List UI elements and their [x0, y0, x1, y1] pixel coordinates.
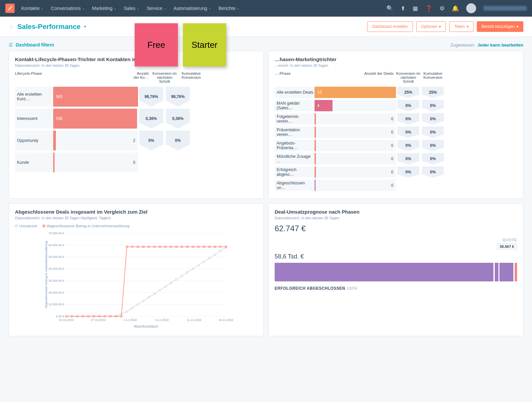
conversion-cumulative: 0% — [422, 100, 444, 111]
chevron-down-icon: ▼ — [83, 25, 87, 29]
svg-point-75 — [165, 246, 166, 248]
svg-text:40.000,00 €: 40.000,00 € — [49, 267, 65, 270]
svg-text:1.11.2022: 1.11.2022 — [123, 318, 137, 322]
settings-icon[interactable]: ⚙ — [440, 5, 445, 12]
svg-point-64 — [104, 316, 106, 317]
svg-point-55 — [219, 250, 221, 252]
nav-item-sales[interactable]: Sales⌄ — [124, 6, 139, 11]
svg-point-45 — [165, 286, 166, 287]
conversion-cumulative: 0,36% — [166, 109, 190, 129]
favorite-star-icon[interactable]: ☆ — [9, 23, 14, 30]
forecast-bar — [275, 263, 517, 281]
funnel-label: Erfolgreich abgesc… — [275, 166, 315, 178]
funnel-label: Alle erstellten Kont… — [15, 87, 53, 107]
options-button[interactable]: Optionen▾ — [416, 21, 446, 32]
svg-text:11.11.2022: 11.11.2022 — [187, 318, 201, 322]
svg-text:0,00 €: 0,00 € — [56, 315, 64, 318]
marketplace-icon[interactable]: ▦ — [413, 5, 418, 12]
funnel-row: Interessent5560,36%0,36% — [15, 109, 257, 129]
svg-point-81 — [198, 246, 199, 248]
col-phase: …-Phase — [275, 71, 315, 83]
svg-point-72 — [148, 246, 150, 248]
funnel-label: Alle erstellten Deals — [275, 87, 315, 98]
svg-point-44 — [159, 289, 161, 291]
svg-point-63 — [98, 316, 100, 317]
col-cum-conv: Kumulative Konversion — [178, 71, 204, 83]
help-icon[interactable]: ❓ — [425, 5, 432, 12]
conversion-step: 0% — [397, 100, 419, 111]
nav-item-service[interactable]: Service⌄ — [147, 6, 166, 11]
conversion-step: 98,76% — [139, 87, 163, 107]
page-title[interactable]: Sales-Performance ▼ — [17, 23, 87, 31]
svg-point-67 — [121, 316, 122, 317]
svg-text:60.000,00 €: 60.000,00 € — [49, 244, 65, 247]
svg-text:16.11.2022: 16.11.2022 — [218, 318, 233, 322]
svg-text:50.000,00 €: 50.000,00 € — [49, 255, 65, 258]
col-count: Anzahl der Deals — [315, 71, 396, 83]
notifications-icon[interactable]: 🔔 — [452, 5, 459, 12]
svg-point-52 — [203, 261, 205, 262]
svg-point-80 — [192, 246, 194, 248]
marketing-funnel-card: …hasen-Marketingtrichter …ereich: In den… — [268, 51, 523, 199]
svg-point-1 — [8, 9, 9, 10]
add-report-button[interactable]: Bericht hinzufügen▾ — [477, 21, 523, 32]
conversion-cumulative: 0% — [422, 166, 444, 178]
svg-point-71 — [143, 246, 144, 248]
funnel-bar: 0 — [315, 153, 396, 164]
funnel-bar: 556 — [53, 109, 138, 129]
account-name[interactable] — [483, 6, 527, 11]
col-step-conv: Konversion im nächsten Schritt — [151, 71, 178, 83]
card-title: …hasen-Marketingtrichter — [275, 56, 517, 62]
nav-item-conversations[interactable]: Conversations⌄ — [51, 6, 85, 11]
svg-point-54 — [214, 254, 216, 255]
svg-point-42 — [148, 296, 150, 298]
search-icon[interactable]: 🔍 — [386, 5, 393, 12]
lifecycle-funnel-card: Kontakt-Lifecycle-Phasen-Trichter mit Ko… — [9, 51, 264, 199]
svg-point-78 — [181, 246, 183, 248]
dashboard-filter-link[interactable]: Dashboard filtern — [16, 42, 54, 48]
chevron-down-icon: ⌄ — [208, 7, 211, 10]
svg-point-86 — [225, 246, 227, 248]
funnel-label: Opportunity — [15, 131, 53, 151]
svg-point-60 — [82, 316, 84, 317]
hubspot-logo[interactable] — [5, 4, 15, 13]
sticky-note-free: Free — [135, 23, 178, 66]
conversion-step: 0% — [139, 131, 163, 151]
svg-point-79 — [187, 246, 188, 248]
svg-point-58 — [71, 316, 73, 317]
share-button[interactable]: Teilen▾ — [449, 21, 473, 32]
conversion-cumulative: 0% — [422, 127, 444, 138]
sticky-note-starter: Starter — [183, 23, 226, 66]
funnel-label: Folgetermin verein… — [275, 113, 315, 125]
line-chart: 0,00 €10.000,00 €20.000,00 €30.000,00 €4… — [15, 230, 257, 330]
avatar[interactable] — [466, 3, 476, 13]
chevron-down-icon: ⌄ — [114, 7, 116, 10]
svg-point-66 — [115, 316, 117, 317]
page-title-text: Sales-Performance — [17, 23, 80, 31]
funnel-label: Kunde — [15, 152, 53, 172]
funnel-bar: 0 — [315, 113, 396, 125]
svg-point-70 — [137, 246, 139, 248]
funnel-label: Abgeschlossen un… — [275, 180, 315, 191]
funnel-bar: 0 — [315, 140, 396, 151]
funnel-row: Alle erstellten Deals1625%25% — [275, 87, 517, 98]
nav-item-kontakte[interactable]: Kontakte⌄ — [21, 6, 44, 11]
svg-point-49 — [187, 271, 188, 273]
svg-point-83 — [208, 246, 210, 248]
nav-item-marketing[interactable]: Marketing⌄ — [92, 6, 116, 11]
nav-item-berichte[interactable]: Berichte⌄ — [218, 6, 239, 11]
nav-item-automatisierung[interactable]: Automatisierung⌄ — [174, 6, 211, 11]
upgrade-icon[interactable]: ⬆ — [401, 5, 405, 12]
conversion-step: 0,36% — [139, 109, 163, 129]
create-dashboard-button[interactable]: Dashboard erstellen — [367, 21, 413, 32]
forecast-card: Deal-Umsatzprognose nach Phasen Datumsbe… — [268, 203, 523, 336]
funnel-row: Erfolgreich abgesc…00%0% — [275, 166, 517, 178]
svg-point-0 — [11, 6, 12, 8]
filter-icon[interactable]: ☰ — [9, 42, 13, 48]
conversion-step: 0% — [397, 153, 419, 164]
assigned-link[interactable]: Jeder kann bearbeiten — [477, 43, 523, 48]
card-subtitle: …ereich: In den letzten 30 Tagen — [275, 63, 517, 67]
svg-text:10.000,00 €: 10.000,00 € — [49, 303, 65, 306]
svg-text:30.000,00 €: 30.000,00 € — [49, 279, 65, 282]
col-cum-conv: Kumulative Konversion — [421, 71, 445, 83]
